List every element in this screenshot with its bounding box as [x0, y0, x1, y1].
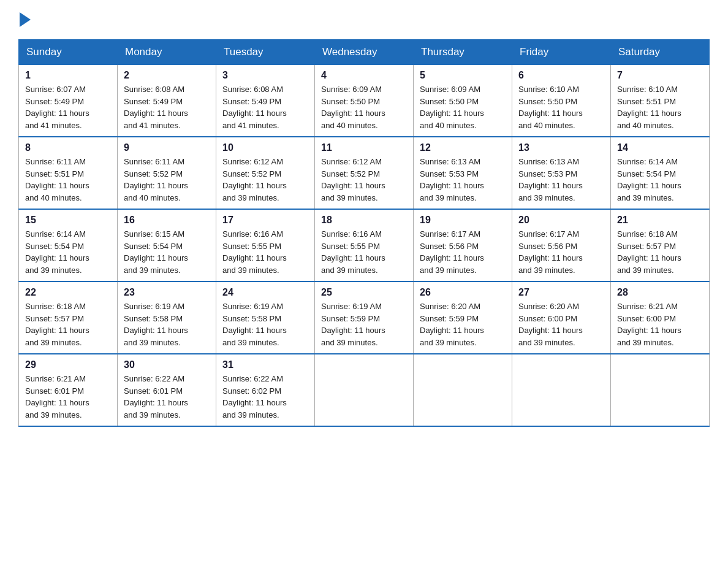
day-info: Sunrise: 6:19 AM Sunset: 5:58 PM Dayligh…	[222, 301, 308, 348]
calendar-week-row: 15Sunrise: 6:14 AM Sunset: 5:54 PM Dayli…	[19, 209, 710, 282]
day-number: 27	[518, 287, 604, 298]
day-info: Sunrise: 6:17 AM Sunset: 5:56 PM Dayligh…	[518, 228, 604, 276]
calendar-cell: 11Sunrise: 6:12 AM Sunset: 5:52 PM Dayli…	[315, 137, 414, 209]
calendar-cell	[512, 354, 611, 426]
day-info: Sunrise: 6:11 AM Sunset: 5:52 PM Dayligh…	[124, 156, 210, 204]
calendar-table: SundayMondayTuesdayWednesdayThursdayFrid…	[18, 39, 710, 427]
calendar-week-row: 22Sunrise: 6:18 AM Sunset: 5:57 PM Dayli…	[19, 282, 710, 354]
day-number: 12	[420, 142, 506, 153]
calendar-cell: 21Sunrise: 6:18 AM Sunset: 5:57 PM Dayli…	[611, 209, 710, 282]
day-number: 20	[518, 215, 604, 226]
day-info: Sunrise: 6:07 AM Sunset: 5:49 PM Dayligh…	[25, 83, 111, 131]
calendar-cell: 15Sunrise: 6:14 AM Sunset: 5:54 PM Dayli…	[19, 209, 118, 282]
calendar-cell: 9Sunrise: 6:11 AM Sunset: 5:52 PM Daylig…	[118, 137, 216, 209]
day-info: Sunrise: 6:20 AM Sunset: 5:59 PM Dayligh…	[420, 301, 506, 348]
day-number: 6	[518, 70, 604, 81]
calendar-cell: 19Sunrise: 6:17 AM Sunset: 5:56 PM Dayli…	[414, 209, 512, 282]
calendar-cell: 24Sunrise: 6:19 AM Sunset: 5:58 PM Dayli…	[216, 282, 315, 354]
calendar-cell: 13Sunrise: 6:13 AM Sunset: 5:53 PM Dayli…	[512, 137, 611, 209]
calendar-cell	[414, 354, 512, 426]
day-info: Sunrise: 6:18 AM Sunset: 5:57 PM Dayligh…	[25, 301, 111, 348]
day-number: 1	[25, 70, 111, 81]
calendar-cell: 8Sunrise: 6:11 AM Sunset: 5:51 PM Daylig…	[19, 137, 118, 209]
logo-arrow-icon	[20, 12, 31, 27]
calendar-cell: 6Sunrise: 6:10 AM Sunset: 5:50 PM Daylig…	[512, 65, 611, 137]
day-number: 29	[25, 359, 111, 370]
calendar-cell: 5Sunrise: 6:09 AM Sunset: 5:50 PM Daylig…	[414, 65, 512, 137]
day-number: 22	[25, 287, 111, 298]
calendar-cell: 27Sunrise: 6:20 AM Sunset: 6:00 PM Dayli…	[512, 282, 611, 354]
calendar-cell: 10Sunrise: 6:12 AM Sunset: 5:52 PM Dayli…	[216, 137, 315, 209]
calendar-cell: 25Sunrise: 6:19 AM Sunset: 5:59 PM Dayli…	[315, 282, 414, 354]
day-number: 14	[617, 142, 703, 153]
day-number: 19	[420, 215, 506, 226]
day-number: 2	[124, 70, 210, 81]
day-info: Sunrise: 6:08 AM Sunset: 5:49 PM Dayligh…	[222, 83, 308, 131]
calendar-cell: 7Sunrise: 6:10 AM Sunset: 5:51 PM Daylig…	[611, 65, 710, 137]
day-info: Sunrise: 6:19 AM Sunset: 5:58 PM Dayligh…	[124, 301, 210, 348]
calendar-cell: 4Sunrise: 6:09 AM Sunset: 5:50 PM Daylig…	[315, 65, 414, 137]
day-info: Sunrise: 6:08 AM Sunset: 5:49 PM Dayligh…	[124, 83, 210, 131]
day-number: 9	[124, 142, 210, 153]
logo	[18, 12, 32, 27]
col-header-friday: Friday	[512, 40, 611, 65]
day-number: 7	[617, 70, 703, 81]
day-number: 11	[321, 142, 407, 153]
day-info: Sunrise: 6:17 AM Sunset: 5:56 PM Dayligh…	[420, 228, 506, 276]
calendar-cell: 14Sunrise: 6:14 AM Sunset: 5:54 PM Dayli…	[611, 137, 710, 209]
day-info: Sunrise: 6:15 AM Sunset: 5:54 PM Dayligh…	[124, 228, 210, 276]
day-number: 25	[321, 287, 407, 298]
col-header-wednesday: Wednesday	[315, 40, 414, 65]
day-info: Sunrise: 6:22 AM Sunset: 6:02 PM Dayligh…	[222, 373, 308, 421]
col-header-thursday: Thursday	[414, 40, 512, 65]
calendar-cell: 30Sunrise: 6:22 AM Sunset: 6:01 PM Dayli…	[118, 354, 216, 426]
day-info: Sunrise: 6:10 AM Sunset: 5:51 PM Dayligh…	[617, 83, 703, 131]
calendar-cell: 16Sunrise: 6:15 AM Sunset: 5:54 PM Dayli…	[118, 209, 216, 282]
day-number: 16	[124, 215, 210, 226]
day-info: Sunrise: 6:12 AM Sunset: 5:52 PM Dayligh…	[222, 156, 308, 204]
day-number: 5	[420, 70, 506, 81]
calendar-cell	[611, 354, 710, 426]
day-info: Sunrise: 6:22 AM Sunset: 6:01 PM Dayligh…	[124, 373, 210, 421]
day-info: Sunrise: 6:13 AM Sunset: 5:53 PM Dayligh…	[420, 156, 506, 204]
col-header-saturday: Saturday	[611, 40, 710, 65]
calendar-header-row: SundayMondayTuesdayWednesdayThursdayFrid…	[19, 40, 710, 65]
day-number: 21	[617, 215, 703, 226]
day-number: 17	[222, 215, 308, 226]
day-number: 18	[321, 215, 407, 226]
day-info: Sunrise: 6:09 AM Sunset: 5:50 PM Dayligh…	[321, 83, 407, 131]
calendar-cell: 26Sunrise: 6:20 AM Sunset: 5:59 PM Dayli…	[414, 282, 512, 354]
calendar-cell: 29Sunrise: 6:21 AM Sunset: 6:01 PM Dayli…	[19, 354, 118, 426]
day-info: Sunrise: 6:14 AM Sunset: 5:54 PM Dayligh…	[617, 156, 703, 204]
day-info: Sunrise: 6:16 AM Sunset: 5:55 PM Dayligh…	[222, 228, 308, 276]
day-number: 3	[222, 70, 308, 81]
calendar-cell: 22Sunrise: 6:18 AM Sunset: 5:57 PM Dayli…	[19, 282, 118, 354]
calendar-cell: 17Sunrise: 6:16 AM Sunset: 5:55 PM Dayli…	[216, 209, 315, 282]
day-number: 4	[321, 70, 407, 81]
day-number: 23	[124, 287, 210, 298]
calendar-cell: 2Sunrise: 6:08 AM Sunset: 5:49 PM Daylig…	[118, 65, 216, 137]
day-info: Sunrise: 6:12 AM Sunset: 5:52 PM Dayligh…	[321, 156, 407, 204]
calendar-cell: 18Sunrise: 6:16 AM Sunset: 5:55 PM Dayli…	[315, 209, 414, 282]
day-number: 30	[124, 359, 210, 370]
day-number: 24	[222, 287, 308, 298]
day-number: 15	[25, 215, 111, 226]
day-info: Sunrise: 6:14 AM Sunset: 5:54 PM Dayligh…	[25, 228, 111, 276]
calendar-cell: 28Sunrise: 6:21 AM Sunset: 6:00 PM Dayli…	[611, 282, 710, 354]
calendar-cell	[315, 354, 414, 426]
calendar-cell: 20Sunrise: 6:17 AM Sunset: 5:56 PM Dayli…	[512, 209, 611, 282]
day-info: Sunrise: 6:21 AM Sunset: 6:00 PM Dayligh…	[617, 301, 703, 348]
day-info: Sunrise: 6:13 AM Sunset: 5:53 PM Dayligh…	[518, 156, 604, 204]
calendar-cell: 31Sunrise: 6:22 AM Sunset: 6:02 PM Dayli…	[216, 354, 315, 426]
col-header-sunday: Sunday	[19, 40, 118, 65]
day-number: 28	[617, 287, 703, 298]
calendar-cell: 3Sunrise: 6:08 AM Sunset: 5:49 PM Daylig…	[216, 65, 315, 137]
day-info: Sunrise: 6:19 AM Sunset: 5:59 PM Dayligh…	[321, 301, 407, 348]
calendar-week-row: 29Sunrise: 6:21 AM Sunset: 6:01 PM Dayli…	[19, 354, 710, 426]
calendar-week-row: 1Sunrise: 6:07 AM Sunset: 5:49 PM Daylig…	[19, 65, 710, 137]
calendar-cell: 1Sunrise: 6:07 AM Sunset: 5:49 PM Daylig…	[19, 65, 118, 137]
calendar-week-row: 8Sunrise: 6:11 AM Sunset: 5:51 PM Daylig…	[19, 137, 710, 209]
day-info: Sunrise: 6:09 AM Sunset: 5:50 PM Dayligh…	[420, 83, 506, 131]
day-info: Sunrise: 6:11 AM Sunset: 5:51 PM Dayligh…	[25, 156, 111, 204]
page-header	[18, 12, 710, 27]
